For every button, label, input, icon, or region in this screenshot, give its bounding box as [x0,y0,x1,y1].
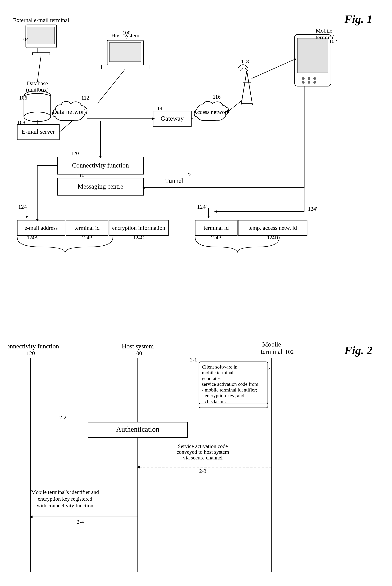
field-terminal-id-1: terminal id [74,225,100,231]
svg-line-38 [59,121,73,132]
svg-point-22 [302,81,304,84]
col-mobile-label2: terminal [261,348,282,355]
id-100: 100 [122,30,130,36]
svg-point-24 [313,81,316,84]
access-network-label: Access network [193,109,230,115]
id-106: 106 [19,95,27,101]
id-110: 110 [76,172,84,178]
svg-rect-1 [28,27,54,44]
svg-marker-28 [26,216,28,218]
svg-line-36 [37,55,41,82]
id-2-1: 2-1 [190,357,197,363]
svg-point-23 [308,81,310,84]
id-124c: 124C [133,235,144,240]
step1-text2: mobile terminal [202,370,234,375]
id-124a: 124A [27,235,38,240]
svg-line-45 [98,69,125,103]
id-2-2: 2-2 [59,414,66,420]
fig2-label: Fig. 2 [344,344,372,357]
svg-rect-9 [110,43,141,62]
svg-marker-65 [137,466,140,468]
step3-text3: via secure channel [183,455,223,461]
id-2-3: 2-3 [199,468,206,474]
step1-text5: - mobile terminal identifier; [202,387,257,393]
svg-rect-10 [102,65,149,69]
fig1-label: Fig. 1 [344,13,372,26]
step4-text1: Mobile terminal's identifier and [31,489,99,495]
step1-text3: generates [202,376,220,381]
data-network-label: Data network [52,108,88,115]
svg-marker-67 [30,515,32,518]
step4-text2: encryption key registered [38,496,92,502]
id-122: 122 [184,171,192,177]
tunnel-label: Tunnel [165,177,183,184]
authentication-label: Authentication [116,425,159,433]
step4-text3: with connectivity function [37,502,93,508]
fig2-diagram: Fig. 2 Connectivity function 120 Host sy… [8,337,383,578]
step1-text1: Client software in [202,364,238,370]
svg-marker-33 [208,216,210,218]
id-124d: 124D [267,235,278,240]
id-124b-1: 124B [82,235,92,240]
connectivity-function-label: Connectivity function [72,162,129,169]
id-112: 112 [81,95,89,101]
messaging-centre-label: Messaging centre [78,183,124,190]
id-124: 124 [18,204,27,210]
id-118: 118 [241,58,249,64]
field-terminal-id-2: terminal id [204,225,229,231]
svg-line-13 [247,71,252,105]
mobile-terminal-label: Mobile [316,27,332,34]
field-temp-access: temp. access netw. id [248,225,297,231]
svg-rect-2 [37,48,45,53]
step1-text7: - checksum. [202,399,226,404]
id-116: 116 [213,94,220,100]
id-2-4: 2-4 [77,519,84,525]
svg-rect-3 [32,53,50,55]
database-sublabel: (mailbox) [26,86,48,93]
id-102: 102 [329,38,337,44]
col-mobile-label: Mobile [262,341,281,348]
col-connectivity-id: 120 [26,350,35,356]
email-server-label: E-mail server [22,128,55,135]
svg-point-20 [308,77,310,80]
id-108: 108 [17,119,25,125]
gateway-label: Gateway [161,115,184,122]
external-email-label: External e-mail terminal [13,17,69,23]
svg-marker-57 [214,210,217,213]
step3-text2: conveyed to host system [176,449,229,455]
id-120: 120 [71,150,79,156]
svg-line-43 [252,59,294,79]
svg-point-19 [302,77,304,80]
step3-text1: Service activation code [178,443,228,449]
id-124-prime-2: 124' [308,206,317,212]
col-host-label: Host system [122,343,154,350]
page: Fig. 1 External e-mail terminal 104 Data… [0,0,392,586]
col-mobile-id: 102 [285,349,294,355]
step1-text4: service activation code from: [202,381,260,387]
id-104: 104 [21,36,29,42]
id-124-prime: 124' [197,204,206,210]
svg-line-42 [228,100,243,111]
field-encryption-info: encryption information [112,225,165,231]
field-email-address: e-mail address [24,225,58,231]
step1-text6: - encryption key; and [202,393,244,398]
fig1-diagram: Fig. 1 External e-mail terminal 104 Data… [8,6,383,327]
svg-point-21 [313,77,316,80]
col-connectivity-label: Connectivity function [8,343,59,350]
id-124b-2: 124B [211,235,222,240]
col-host-id: 100 [134,350,142,356]
id-114: 114 [154,105,162,111]
svg-rect-18 [298,38,328,73]
